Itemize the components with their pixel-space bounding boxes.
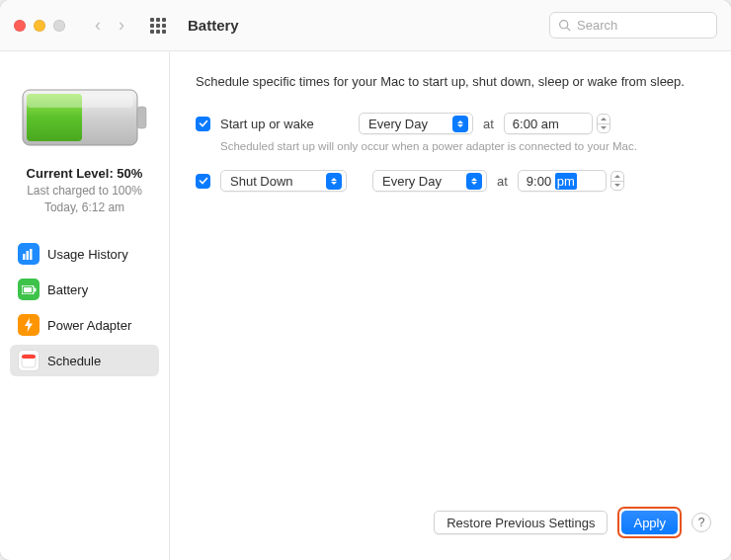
battery-level-icon	[21, 87, 149, 148]
chart-icon	[23, 249, 35, 260]
battery-level-label: Current Level: 50%	[27, 166, 143, 181]
select-value: Every Day	[368, 117, 428, 131]
select-value: Every Day	[382, 174, 442, 189]
search-placeholder: Search	[577, 18, 617, 33]
sidebar-item-usage-history[interactable]: Usage History	[10, 238, 159, 270]
startup-row: Start up or wake Every Day at 6:00 am	[196, 113, 705, 134]
time-num: 9:00	[527, 174, 551, 189]
nav-arrows: ‹ ›	[95, 15, 124, 36]
svg-rect-10	[24, 287, 32, 292]
window: ‹ › Battery Search	[0, 0, 731, 560]
startup-label: Start up or wake	[220, 117, 349, 131]
startup-time-field[interactable]: 6:00 am	[504, 113, 593, 134]
at-label: at	[483, 117, 494, 131]
fullscreen-window-button[interactable]	[53, 20, 65, 32]
sidebar-item-power-adapter[interactable]: Power Adapter	[10, 309, 159, 341]
check-icon	[199, 176, 208, 186]
titlebar: ‹ › Battery Search	[0, 0, 731, 51]
svg-line-1	[567, 28, 570, 31]
sidebar-item-label: Schedule	[47, 354, 101, 368]
dropdown-arrows-icon	[326, 173, 342, 190]
shutdown-action-select[interactable]: Shut Down	[220, 170, 347, 192]
sidebar-item-label: Power Adapter	[47, 318, 131, 333]
sidebar-item-label: Usage History	[47, 247, 128, 262]
schedule-description: Schedule specific times for your Mac to …	[196, 73, 705, 91]
shutdown-row: Shut Down Every Day at 9:00 pm	[196, 170, 705, 192]
search-input[interactable]: Search	[549, 12, 717, 39]
svg-rect-6	[23, 254, 26, 260]
help-button[interactable]: ?	[691, 513, 711, 532]
show-all-prefs-button[interactable]	[150, 18, 166, 34]
sidebar-item-label: Battery	[47, 282, 88, 297]
restore-button[interactable]: Restore Previous Settings	[434, 511, 608, 534]
dropdown-arrows-icon	[466, 173, 482, 190]
svg-rect-13	[22, 355, 36, 359]
shutdown-time-stepper[interactable]	[610, 171, 624, 191]
at-label: at	[497, 174, 508, 189]
time-value: 6:00 am	[513, 117, 559, 131]
svg-point-0	[560, 21, 568, 29]
shutdown-day-select[interactable]: Every Day	[372, 170, 487, 192]
shutdown-time-field[interactable]: 9:00 pm	[518, 170, 607, 192]
apply-button[interactable]: Apply	[621, 511, 678, 534]
startup-checkbox[interactable]	[196, 117, 210, 131]
content-pane: Schedule specific times for your Mac to …	[170, 51, 731, 560]
startup-time-stepper[interactable]	[597, 114, 610, 133]
battery-icon	[22, 285, 37, 294]
sidebar-nav: Usage History Battery Power Adapter	[10, 238, 159, 376]
svg-rect-5	[137, 107, 146, 128]
window-title: Battery	[188, 17, 239, 34]
svg-rect-4	[27, 94, 133, 108]
svg-rect-8	[30, 249, 33, 260]
svg-rect-11	[34, 287, 36, 291]
sidebar-item-schedule[interactable]: Schedule	[10, 345, 159, 376]
check-icon	[199, 119, 208, 128]
sidebar-item-battery[interactable]: Battery	[10, 274, 159, 305]
lightning-icon	[24, 318, 34, 332]
close-window-button[interactable]	[14, 20, 26, 32]
search-icon	[558, 19, 571, 32]
sidebar: Current Level: 50% Last charged to 100% …	[0, 51, 170, 560]
last-charged-label: Last charged to 100%	[27, 184, 142, 198]
dropdown-arrows-icon	[452, 116, 468, 132]
apply-highlight: Apply	[617, 507, 682, 538]
back-button[interactable]: ‹	[95, 15, 101, 36]
minimize-window-button[interactable]	[34, 20, 45, 32]
calendar-icon	[21, 353, 37, 368]
startup-hint: Scheduled start up will only occur when …	[220, 140, 705, 152]
time-ampm: pm	[555, 173, 577, 190]
shutdown-checkbox[interactable]	[196, 174, 210, 189]
svg-rect-7	[27, 251, 30, 260]
body: Current Level: 50% Last charged to 100% …	[0, 51, 731, 560]
select-value: Shut Down	[230, 174, 293, 189]
traffic-lights	[14, 20, 65, 32]
forward-button[interactable]: ›	[119, 15, 124, 36]
last-charged-time-label: Today, 6:12 am	[44, 200, 124, 214]
footer: Restore Previous Settings Apply ?	[434, 507, 711, 538]
startup-day-select[interactable]: Every Day	[359, 113, 473, 134]
